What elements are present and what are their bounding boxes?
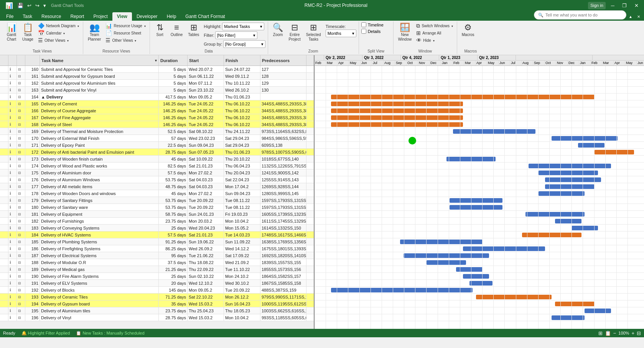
col-header-name[interactable]: Task Name ▾ xyxy=(40,55,159,66)
tell-me-box[interactable]: 🔍 xyxy=(534,10,626,20)
redo-button[interactable]: ↪ xyxy=(34,2,41,9)
gantt-bar[interactable] xyxy=(450,198,502,203)
table-row[interactable]: ℹ⊟185Delivery of Plumbing Systems91.25 d… xyxy=(0,238,314,245)
gantt-bar[interactable] xyxy=(545,177,601,182)
table-row[interactable]: ℹ⊟178Delivery of Wooden Doors and window… xyxy=(0,190,314,197)
table-row[interactable]: ℹ⊟166Delivery of Course Aggregate146.25 … xyxy=(0,107,314,114)
tab-resource[interactable]: Resource xyxy=(37,12,66,21)
timeline-checkbox[interactable] xyxy=(361,22,366,27)
qat-customize-button[interactable]: ▾ xyxy=(42,2,47,9)
table-row[interactable]: ℹ⊟172Delivery of Anti bacterial Paint an… xyxy=(0,149,314,156)
table-row[interactable]: ℹ⊟162Submit and Approval for Aluminium t… xyxy=(0,80,314,87)
network-diagram-button[interactable]: 🔷 Network Diagram ▾ xyxy=(36,22,81,29)
tab-developer[interactable]: Developer xyxy=(132,12,162,21)
resource-usage-button[interactable]: 📊 Resource Usage ▾ xyxy=(104,22,147,29)
resource-sheet-button[interactable]: 📄 Resource Sheet xyxy=(104,30,147,36)
table-row[interactable]: ℹ⊟190Delivery of Fire Alarm Systems25 da… xyxy=(0,273,314,280)
table-row[interactable]: ℹ⊟188Delivery of Modular O.R37.5 daysThu… xyxy=(0,259,314,266)
gantt-bar[interactable] xyxy=(331,102,463,106)
table-row[interactable]: ℹ⊟179Delivery of Sanitary Fittings53.75 … xyxy=(0,197,314,204)
tab-project[interactable]: Project xyxy=(89,12,112,21)
switch-windows-button[interactable]: ⧉ Switch Windows ▾ xyxy=(415,22,455,29)
gantt-bar[interactable] xyxy=(555,302,595,306)
table-row[interactable]: ℹ⊟192Delivery of Blocks145 daysMon 09.05… xyxy=(0,287,314,294)
col-header-finish[interactable]: Finish xyxy=(224,55,260,66)
table-row[interactable]: ℹ⊟163Submit and Approval for Vinyl5 days… xyxy=(0,87,314,94)
table-row[interactable]: ℹ⊟165Delivery of Cement146.25 daysTue 24… xyxy=(0,100,314,107)
selected-tasks-button[interactable]: ⊞ SelectedTasks xyxy=(304,22,323,45)
table-row[interactable]: ℹ⊟187Delivery of Electrical Systems95 da… xyxy=(0,252,314,259)
table-row[interactable]: ℹ⊟181Delivery of Equipment58.75 daysSun … xyxy=(0,211,314,218)
gantt-bar[interactable] xyxy=(595,150,634,154)
hide-button[interactable]: 👁 Hide ▾ xyxy=(415,37,455,44)
task-usage-button[interactable]: 📋 TaskUsage xyxy=(20,22,36,45)
zoom-button[interactable]: 🔍 Zoom xyxy=(270,22,286,45)
restore-button[interactable]: ❐ xyxy=(620,2,629,9)
gantt-bar[interactable] xyxy=(453,129,535,134)
gantt-bar[interactable] xyxy=(331,122,463,127)
highlight-dropdown[interactable]: Marked Tasks ▾ xyxy=(222,23,264,30)
zoom-out-icon[interactable]: − xyxy=(613,330,616,336)
table-row[interactable]: ℹ⊟174Delivery of Wood and Plastic works8… xyxy=(0,163,314,169)
gantt-bar[interactable] xyxy=(525,212,585,217)
gantt-bar[interactable] xyxy=(427,260,466,265)
gantt-chart-button[interactable]: 📊 GanttChart xyxy=(4,22,19,45)
filter-dropdown[interactable]: [No Filter] ▾ xyxy=(215,31,257,39)
tab-help[interactable]: Help xyxy=(162,12,181,21)
table-row[interactable]: ℹ⊟169Delivery of Thermal and Moisture Pr… xyxy=(0,128,314,135)
gantt-bar[interactable] xyxy=(446,157,496,161)
gantt-bar[interactable] xyxy=(529,164,611,168)
table-row[interactable]: ℹ⊟176Delivery of Aluminium Windows53.75 … xyxy=(0,176,314,183)
tab-report[interactable]: Report xyxy=(66,12,89,21)
tab-file[interactable]: File xyxy=(2,12,18,21)
team-planner-button[interactable]: 👥 TeamPlanner xyxy=(86,22,103,45)
tab-view[interactable]: View xyxy=(112,12,132,21)
tab-gantt-chart-format[interactable]: Gantt Chart Format xyxy=(181,12,229,21)
fit-page-icon[interactable]: ⊟ xyxy=(637,330,641,336)
gantt-bar[interactable] xyxy=(331,95,595,99)
table-row[interactable]: ℹ⊟184Delivery of HVAC Systems57.5 daysSa… xyxy=(0,231,314,238)
table-row[interactable]: ℹ⊟194Delivery of Gypsum board35 daysWed … xyxy=(0,300,314,307)
macros-button[interactable]: ⚙ Macros xyxy=(460,22,477,45)
view-resource-icon[interactable]: 📋 xyxy=(605,330,611,336)
gantt-bar[interactable] xyxy=(400,240,483,244)
arrange-all-button[interactable]: ⊞ Arrange All xyxy=(415,30,455,36)
table-row[interactable]: ℹ⊟161Submit and Approval for Gypsum boar… xyxy=(0,73,314,80)
table-row[interactable]: ℹ⊟191Delivery of ELV Systems20 daysWed 1… xyxy=(0,280,314,287)
minimize-button[interactable]: ─ xyxy=(609,2,617,9)
undo-button[interactable]: ↩ xyxy=(26,2,33,9)
table-row[interactable]: ℹ⊟189Delivery of Medical gas21.25 daysTh… xyxy=(0,266,314,273)
table-row[interactable]: ℹ⊟196Delivery of Vinyl28.75 daysWed 15.0… xyxy=(0,314,314,321)
gantt-bar[interactable] xyxy=(552,315,585,320)
table-row[interactable]: ℹ⊟193Delivery of Ceramic Tiles71.25 days… xyxy=(0,294,314,300)
calendar-button[interactable]: 📅 Calendar ▾ xyxy=(36,30,81,36)
gantt-bar[interactable] xyxy=(463,246,545,251)
gantt-bar[interactable] xyxy=(522,233,581,237)
gantt-bar[interactable] xyxy=(585,309,611,313)
gantt-bar[interactable] xyxy=(572,226,598,230)
timeline-checkbox-row[interactable]: Timeline xyxy=(361,22,384,27)
table-row[interactable]: ℹ⊟168Delivery of Steel146.25 daysTue 24.… xyxy=(0,121,314,128)
tell-me-input[interactable] xyxy=(545,13,622,17)
gantt-bar[interactable] xyxy=(450,205,502,210)
table-row[interactable]: ℹ⊟160Submit and Approval for Ceramic Til… xyxy=(0,66,314,73)
gantt-bar[interactable] xyxy=(404,253,489,258)
table-row[interactable]: ℹ⊟186Delivery of Firefighting Systems86.… xyxy=(0,245,314,252)
view-normal-icon[interactable]: ⊞ xyxy=(598,330,603,336)
gantt-bar[interactable] xyxy=(456,267,483,272)
other-resource-views-button[interactable]: ☰ Other Views ▾ xyxy=(104,37,147,44)
col-header-start[interactable]: Start xyxy=(188,55,224,66)
new-window-button[interactable]: 🪟 NewWindow xyxy=(396,22,414,45)
table-row[interactable]: ℹ⊟177Delivery of All metalic items48.75 … xyxy=(0,183,314,190)
details-checkbox-row[interactable]: Details xyxy=(361,29,381,34)
gantt-bar[interactable] xyxy=(463,274,489,279)
gantt-bar[interactable] xyxy=(476,295,552,299)
table-row[interactable]: ℹ⊟175Delivery of Aluminium door57.5 days… xyxy=(0,169,314,176)
details-checkbox[interactable] xyxy=(361,29,366,34)
gantt-bar[interactable] xyxy=(331,288,473,292)
table-row[interactable]: ℹ⊟170Delivery of External Wall Finish57 … xyxy=(0,135,314,142)
tab-task[interactable]: Task xyxy=(18,12,37,21)
table-row[interactable]: ℹ⊟167Delivery of Fine Aggregate146.25 da… xyxy=(0,114,314,121)
group-dropdown[interactable]: [No Group] ▾ xyxy=(223,40,265,48)
table-row[interactable]: ℹ⊟164▲ Delivery417.5 daysMon 09.05.2Thu … xyxy=(0,94,314,100)
